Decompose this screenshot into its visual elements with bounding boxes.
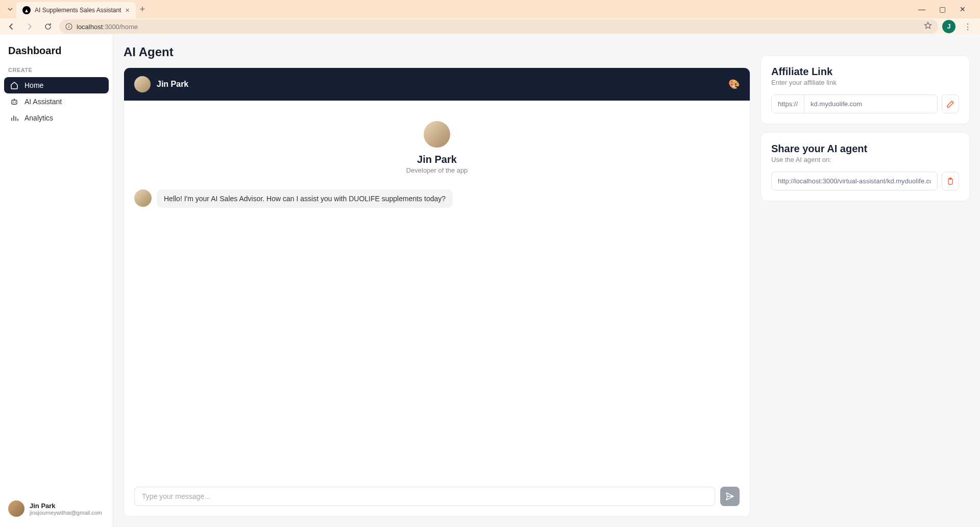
message-bubble: Hello! I'm your AI Sales Advisor. How ca…	[157, 189, 453, 208]
arrow-left-icon	[7, 22, 15, 31]
chat-header-name: Jin Park	[157, 80, 188, 89]
sidebar-item-label: AI Assistant	[24, 98, 62, 106]
messages-list: Hello! I'm your AI Sales Advisor. How ca…	[134, 189, 740, 208]
share-title: Share your AI agent	[771, 143, 959, 155]
share-input-row	[771, 172, 959, 190]
affiliate-input-group: https://	[771, 94, 938, 113]
tab-search-dropdown[interactable]	[4, 3, 16, 15]
affiliate-subtitle: Enter your affiliate link	[771, 79, 959, 86]
chat-body: Jin Park Developer of the app Hello! I'm…	[124, 101, 750, 480]
reload-icon	[44, 22, 52, 31]
message-input[interactable]	[134, 487, 715, 506]
sidebar-footer[interactable]: Jin Park jinsjourneywithai@gmail.com	[4, 496, 109, 521]
star-icon	[924, 21, 932, 30]
app-root: Dashboard CREATE Home AI Assistant Analy…	[0, 35, 980, 527]
svg-point-5	[15, 102, 16, 103]
page-title: AI Agent	[124, 45, 750, 59]
sidebar-item-ai-assistant[interactable]: AI Assistant	[4, 93, 109, 110]
sidebar: Dashboard CREATE Home AI Assistant Analy…	[0, 35, 113, 527]
affiliate-card: Affiliate Link Enter your affiliate link…	[761, 55, 970, 124]
tab-favicon: ▲	[22, 6, 31, 14]
bot-icon	[10, 98, 18, 106]
main-content: AI Agent Jin Park 🎨 Jin Park Developer o…	[113, 35, 980, 527]
browser-menu-button[interactable]: ⋮	[960, 22, 976, 32]
window-controls: — ▢ ✕	[915, 5, 976, 13]
affiliate-prefix: https://	[772, 95, 804, 113]
back-button[interactable]	[4, 19, 18, 34]
chat-input-row	[124, 480, 750, 516]
close-window-button[interactable]: ✕	[955, 5, 970, 13]
right-column: . Affiliate Link Enter your affiliate li…	[761, 45, 970, 517]
send-button[interactable]	[720, 487, 740, 506]
tab-title: AI Supplements Sales Assistant	[35, 7, 121, 14]
chat-profile-avatar	[424, 121, 450, 148]
browser-tab[interactable]: ▲ AI Supplements Sales Assistant ×	[16, 2, 136, 18]
chat-header: Jin Park 🎨	[124, 68, 750, 101]
copy-button[interactable]	[942, 172, 959, 190]
chevron-down-icon	[7, 6, 13, 12]
palette-icon: 🎨	[728, 79, 740, 89]
share-subtitle: Use the AI agent on:	[771, 156, 959, 163]
sidebar-title: Dashboard	[4, 45, 109, 67]
sidebar-section-label: CREATE	[4, 67, 109, 77]
forward-button[interactable]	[22, 19, 37, 34]
affiliate-input-row: https://	[771, 94, 959, 113]
svg-point-4	[13, 102, 14, 103]
message-avatar	[134, 189, 152, 207]
svg-rect-2	[68, 26, 69, 28]
clipboard-icon	[946, 177, 954, 185]
chat-card: Jin Park 🎨 Jin Park Developer of the app…	[124, 67, 750, 517]
maximize-button[interactable]: ▢	[935, 5, 949, 13]
url-text: localhost:3000/home	[77, 23, 138, 31]
tab-bar: ▲ AI Supplements Sales Assistant × + — ▢…	[0, 0, 980, 18]
sidebar-item-label: Home	[24, 81, 43, 89]
reload-button[interactable]	[41, 19, 55, 34]
analytics-icon	[10, 114, 18, 122]
address-row: localhost:3000/home J ⋮	[0, 18, 980, 35]
sidebar-item-label: Analytics	[24, 114, 53, 122]
share-url-input[interactable]	[771, 172, 938, 190]
user-name: Jin Park	[30, 502, 102, 510]
affiliate-edit-button[interactable]	[942, 94, 959, 113]
affiliate-input[interactable]	[804, 95, 937, 113]
affiliate-title: Affiliate Link	[771, 66, 959, 78]
message-row: Hello! I'm your AI Sales Advisor. How ca…	[134, 189, 740, 208]
svg-rect-3	[12, 100, 17, 104]
profile-badge[interactable]: J	[942, 20, 955, 33]
address-bar[interactable]: localhost:3000/home	[59, 19, 938, 34]
chat-profile-role: Developer of the app	[406, 166, 468, 174]
arrow-right-icon	[26, 22, 34, 31]
user-avatar	[8, 500, 24, 517]
pencil-icon	[946, 100, 954, 108]
home-icon	[10, 81, 18, 89]
chat-header-avatar	[134, 76, 151, 92]
user-email: jinsjourneywithai@gmail.com	[30, 510, 102, 516]
share-card: Share your AI agent Use the AI agent on:	[761, 132, 970, 201]
chat-profile-name: Jin Park	[417, 154, 457, 165]
send-icon	[725, 492, 734, 501]
tab-close-button[interactable]: ×	[125, 7, 129, 14]
new-tab-button[interactable]: +	[140, 4, 145, 15]
bookmark-button[interactable]	[924, 21, 932, 32]
left-column: AI Agent Jin Park 🎨 Jin Park Developer o…	[124, 45, 750, 517]
sidebar-item-home[interactable]: Home	[4, 77, 109, 93]
browser-chrome: ▲ AI Supplements Sales Assistant × + — ▢…	[0, 0, 980, 35]
sidebar-item-analytics[interactable]: Analytics	[4, 110, 109, 126]
info-icon	[65, 23, 72, 30]
theme-palette-button[interactable]: 🎨	[728, 79, 740, 90]
svg-point-1	[68, 25, 69, 26]
minimize-button[interactable]: —	[915, 5, 929, 13]
